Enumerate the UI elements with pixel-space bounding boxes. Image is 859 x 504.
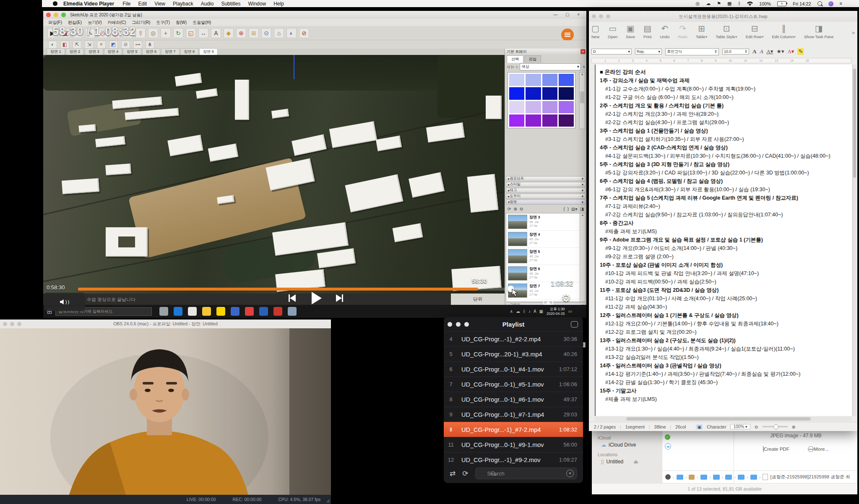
scene-tab[interactable]: 장면 8 [180, 48, 199, 55]
sketchup-menu-item[interactable]: 도구(T) [156, 20, 170, 26]
menu-clock[interactable]: Fri 14:22 [793, 1, 811, 6]
tray-icon[interactable]: ᛒ [523, 309, 526, 314]
tray-icon[interactable]: ♪ [528, 309, 531, 314]
material-type-dropdown[interactable]: 색상▾ [520, 63, 580, 70]
font-size-dropdown[interactable]: 10.0⇕ [722, 49, 749, 55]
taskbar-app-icon[interactable] [273, 307, 282, 316]
sidebar-item-icloud-drive[interactable]: ☁iCloud Drive [601, 442, 662, 448]
sketchup-tool-icon[interactable]: ⌂ [274, 28, 284, 38]
color-swatch[interactable] [559, 101, 574, 113]
folder-path-icon[interactable] [677, 475, 683, 480]
eject-icon[interactable]: ⏏ [633, 459, 638, 465]
tray-icon[interactable]: A [534, 309, 536, 314]
siri-icon[interactable] [828, 1, 833, 6]
scene-scrollbar[interactable]: ▲ [580, 213, 586, 302]
hwp-toolbar-button[interactable]: ▢ New [591, 23, 599, 39]
tray-icon[interactable]: ☁ [516, 309, 520, 314]
menu-app-name[interactable]: Elmedia Video Player [63, 1, 114, 7]
color-swatch[interactable] [542, 87, 557, 99]
tray-close-icon[interactable]: × [580, 49, 586, 54]
folder-path-icon[interactable] [700, 475, 707, 480]
taskbar-app-icon[interactable] [202, 307, 211, 316]
playlist-row[interactable]: 6 UD_CG-Progr...0-1)_#4-1.mov 1:07:12 [444, 361, 583, 377]
minimize-button[interactable] [54, 13, 58, 17]
color-swatch[interactable] [542, 74, 557, 86]
sketchup-tool-icon[interactable]: A [211, 28, 221, 38]
color-swatch[interactable] [526, 114, 541, 127]
zoom-dropdown[interactable]: 100% ▾ [730, 424, 750, 429]
toolbar-overflow-chevron[interactable]: » [852, 29, 855, 36]
playlist-row[interactable]: 11 UD_CG-Progr...0-1)_#9-1.mov 56:00 [444, 437, 583, 452]
volume-overlay[interactable]: ) ) [44, 293, 85, 311]
scene-list-item[interactable]: 장면 545. 2w27 0a [506, 248, 581, 265]
hwp-toolbar-button[interactable]: ⊞ Table▾ [696, 23, 708, 39]
create-pdf-button[interactable]: Create PDF [763, 447, 789, 452]
app-status-icon[interactable]: ◎ [696, 1, 700, 6]
sketchup-menu-item[interactable]: 창(W) [176, 20, 187, 26]
sketchup-tool-icon[interactable]: ⊘ [299, 28, 309, 38]
remove-scene-icon[interactable]: ⊖ [520, 207, 523, 211]
sidebar-item-untitled[interactable]: ▯Untitled⏏ [601, 459, 662, 465]
tray-section-tags[interactable]: ▸ 태그▾ [506, 188, 586, 193]
sketchup-tool-icon[interactable]: ◐ [48, 41, 57, 49]
tray-header[interactable]: 기본 트레이 × [505, 49, 586, 55]
image-file-icon[interactable] [763, 474, 768, 480]
sketchup-tool-icon[interactable]: ↔ [198, 28, 208, 38]
sketchup-tool-icon[interactable]: ◱ [186, 28, 196, 38]
sketchup-tool-icon[interactable]: ⇲ [85, 41, 94, 49]
color-swatch[interactable] [509, 87, 524, 99]
font-dropdown[interactable]: 휴먼고딕⇕ [665, 48, 719, 55]
scene-list-item[interactable]: 장면 445. 2w27 0a [506, 231, 581, 248]
sketchup-menu-item[interactable]: 그리기(R) [132, 20, 150, 26]
sketchup-tool-icon[interactable]: ◩ [109, 41, 118, 49]
taskbar-app-icon[interactable] [159, 307, 168, 316]
more-button[interactable]: •••More... [808, 444, 829, 454]
previous-button[interactable] [289, 294, 296, 302]
scene-tab[interactable]: 장면 3 [85, 48, 103, 55]
taskbar-app-icon[interactable] [216, 307, 225, 316]
sketchup-menu-item[interactable]: 카메라(C) [107, 20, 126, 26]
sketchup-tool-icon[interactable]: ◐ [286, 28, 297, 38]
hwp-toolbar-button[interactable]: ↷ Redo [678, 23, 687, 39]
sketchup-tool-icon[interactable]: ⊙ [261, 28, 271, 38]
shuffle-icon[interactable]: ⇄ [450, 469, 456, 478]
sketchup-tool-icon[interactable]: ◧ [60, 41, 69, 49]
color-swatch[interactable] [526, 74, 541, 86]
scene-tab[interactable]: 장면 7 [161, 48, 180, 55]
highlight-button[interactable]: ✎ [797, 48, 804, 55]
window-controls[interactable]: — ▢ × [553, 12, 583, 17]
add-scene-icon[interactable]: ⊕ [513, 207, 517, 211]
color-swatch[interactable] [559, 74, 574, 86]
back-arrow-icon[interactable]: ◁ [507, 65, 510, 69]
battery-icon[interactable]: ϟ [777, 1, 786, 6]
bookmark-icon[interactable]: ⚑ [717, 1, 721, 6]
details-icon[interactable]: ◨ [580, 207, 584, 211]
sketchup-tool-icon[interactable]: ↻ [173, 28, 183, 38]
sketchup-tool-icon[interactable]: × [97, 41, 106, 49]
filter-chevron-icon[interactable]: ▾ [566, 470, 574, 477]
sketchup-menu-item[interactable]: 편집(E) [68, 20, 82, 26]
view-options-icon[interactable]: ▤▾ [571, 207, 577, 211]
sketchup-tool-icon[interactable]: ⋔ [146, 41, 154, 49]
color-swatch[interactable] [559, 114, 574, 127]
folder-path-icon[interactable] [713, 475, 720, 480]
tray-tab-edit[interactable]: 편집 [524, 55, 541, 63]
tray-tab-select[interactable]: 선택 [507, 55, 523, 63]
play-button[interactable] [312, 292, 322, 304]
obs-webcam-preview[interactable] [0, 328, 331, 495]
tray-section-helper[interactable]: ▸ 도우미▾ [506, 194, 586, 199]
menu-item[interactable]: Edit [138, 1, 147, 7]
notification-icon[interactable]: ▭ [568, 309, 572, 314]
pip-icon[interactable] [571, 321, 578, 327]
keyboard-icon[interactable]: ▦ [727, 1, 731, 6]
playlist-row[interactable]: 8 UD_CG-Progr...0-1)_#6-1.mov 49:37 [444, 392, 583, 407]
spotlight-search-icon[interactable] [817, 1, 822, 6]
playlist-row[interactable]: Ⅱ UD_CG-Progr...-1)_#7-2.mp4 1:08:32 [444, 422, 583, 437]
sketchup-tool-icon[interactable]: ◎ [148, 28, 158, 38]
tray-section-scenes[interactable]: ▾ 장면▾ [506, 200, 586, 205]
windows-clock[interactable]: 오후 1:30 2020-04-25 [547, 307, 565, 315]
sketchup-tool-icon[interactable]: ⇧ [135, 28, 146, 38]
vertical-scrollbar[interactable] [853, 65, 856, 416]
bold-button[interactable]: A [752, 48, 756, 55]
color-swatch[interactable] [559, 87, 574, 99]
